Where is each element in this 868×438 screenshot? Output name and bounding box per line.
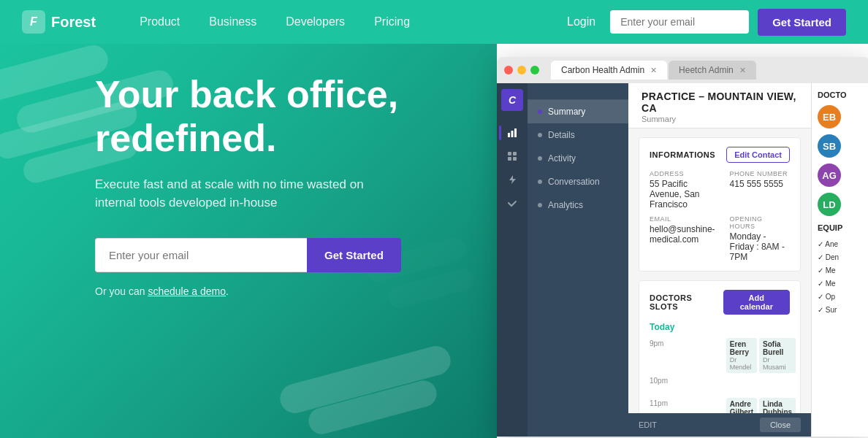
doctors-slots-card: Doctors Slots Add calendar Today 9pm Ere… xyxy=(639,280,801,413)
app-layout: C Summary Details xyxy=(497,83,868,437)
info-grid: ADDRESS 55 Pacific Avenue, San Francisco… xyxy=(650,170,790,262)
svg-rect-3 xyxy=(508,152,511,155)
hero-content: Your back office, redefined. Execute fas… xyxy=(95,73,460,297)
tab-heetch-admin[interactable]: Heetch Admin ✕ xyxy=(669,61,756,80)
login-button[interactable]: Login xyxy=(567,15,595,28)
slot-andre-gilbert: Andre Gilbert Dr Mendel xyxy=(726,398,757,413)
tab-heetch-admin-close[interactable]: ✕ xyxy=(739,66,746,75)
minimize-traffic-light[interactable] xyxy=(517,66,526,74)
logo[interactable]: F Forest xyxy=(22,10,96,34)
svg-rect-4 xyxy=(513,152,517,155)
tab-carbon-health-label: Carbon Health Admin xyxy=(561,65,644,75)
edit-contact-button[interactable]: Edit Contact xyxy=(726,147,790,163)
sidebar-icon-chart[interactable] xyxy=(502,123,522,143)
tab-carbon-health[interactable]: Carbon Health Admin ✕ xyxy=(551,61,667,80)
slot-eren-berry: Eren Berry Dr Mendel xyxy=(726,338,757,373)
hero-get-started-button[interactable]: Get Started xyxy=(307,238,401,272)
svg-rect-1 xyxy=(511,131,514,137)
bottom-bar: EDIT Close xyxy=(628,413,811,437)
slots-grid: 9pm Eren Berry Dr Mendel Sofia Burell Dr… xyxy=(650,338,790,413)
nav-business[interactable]: Business xyxy=(209,15,256,28)
nav-item-analytics[interactable]: Analytics xyxy=(528,193,628,217)
slots-today-label: Today xyxy=(650,322,790,332)
browser-tabs: Carbon Health Admin ✕ Heetch Admin ✕ xyxy=(551,61,862,80)
hours-field: OPENING HOURS Monday - Friday : 8AM - 7P… xyxy=(730,215,790,262)
slot-sofia-burell: Sofia Burell Dr Musami xyxy=(759,338,796,373)
browser-window: Carbon Health Admin ✕ Heetch Admin ✕ C xyxy=(497,57,868,437)
browser-chrome: Carbon Health Admin ✕ Heetch Admin ✕ xyxy=(497,57,868,83)
avatar-1: EB xyxy=(818,105,864,128)
logo-icon: F xyxy=(22,10,45,34)
avatar-2: SB xyxy=(818,134,864,158)
nav-item-summary[interactable]: Summary xyxy=(528,100,628,123)
icon-sidebar: C xyxy=(497,83,528,437)
logo-text: Forest xyxy=(51,14,96,31)
nav-item-details[interactable]: Details xyxy=(528,123,628,147)
equip-panel-title: EQUIP xyxy=(818,223,864,232)
cta-row: Get Started xyxy=(95,238,460,272)
svg-rect-5 xyxy=(508,157,511,161)
add-calendar-button[interactable]: Add calendar xyxy=(723,290,790,315)
content-subtitle: Summary xyxy=(642,115,798,123)
informations-card: Informations Edit Contact ADDRESS 55 Pac… xyxy=(639,137,801,272)
hero-subtitle: Execute fast and at scale with no time w… xyxy=(95,175,402,212)
close-traffic-light[interactable] xyxy=(504,66,513,74)
demo-text: Or you can schedule a demo. xyxy=(95,285,460,297)
maximize-traffic-light[interactable] xyxy=(530,66,539,74)
schedule-demo-link[interactable]: schedule a demo xyxy=(148,285,226,297)
edit-label: EDIT xyxy=(639,420,657,429)
nav-item-activity[interactable]: Activity xyxy=(528,147,628,170)
informations-header: Informations Edit Contact xyxy=(650,147,790,163)
sidebar-icon-check[interactable] xyxy=(502,193,522,213)
doctors-slots-header: Doctors Slots Add calendar xyxy=(650,290,790,315)
avatar-3: AG xyxy=(818,164,864,187)
app-logo-icon[interactable]: C xyxy=(501,89,523,111)
doctors-slots-title: Doctors Slots xyxy=(650,293,723,311)
main-nav: Product Business Developers Pricing xyxy=(140,15,567,28)
svg-rect-2 xyxy=(514,128,517,137)
close-button[interactable]: Close xyxy=(760,418,801,432)
avatar-4: LD xyxy=(818,193,864,216)
nav-product[interactable]: Product xyxy=(140,15,180,28)
email-field: EMAIL hello@sunshine-medical.com xyxy=(650,215,715,262)
content-header: Practice – Mountain View, CA Summary xyxy=(628,83,811,128)
right-panel: DOCTO EB SB AG LD EQUIP ✓ Ane ✓ Den ✓ Me… xyxy=(811,83,868,437)
content-body: Informations Edit Contact ADDRESS 55 Pac… xyxy=(628,128,811,413)
sidebar-icon-lightning[interactable] xyxy=(502,169,522,190)
main-content: Practice – Mountain View, CA Summary Inf… xyxy=(628,83,811,437)
nav-item-conversation[interactable]: Conversation xyxy=(528,170,628,193)
address-field: ADDRESS 55 Pacific Avenue, San Francisco xyxy=(650,170,715,210)
nav-sidebar: Summary Details Activity Conversation An… xyxy=(528,83,628,437)
svg-rect-0 xyxy=(508,133,510,137)
header-get-started-button[interactable]: Get Started xyxy=(758,9,846,36)
equip-list: ✓ Ane ✓ Den ✓ Me ✓ Me ✓ Op ✓ Sur xyxy=(818,238,864,317)
tab-carbon-health-close[interactable]: ✕ xyxy=(650,66,657,75)
doctors-panel-title: DOCTO xyxy=(818,91,864,99)
informations-title: Informations xyxy=(650,150,715,159)
header-email-input[interactable] xyxy=(610,10,749,34)
header-right: Login Get Started xyxy=(567,9,846,36)
hero-title: Your back office, redefined. xyxy=(95,73,460,161)
svg-rect-6 xyxy=(513,157,517,161)
tab-heetch-admin-label: Heetch Admin xyxy=(679,65,734,75)
sidebar-icon-grid[interactable] xyxy=(502,146,522,166)
phone-field: PHONE NUMBER 415 555 5555 xyxy=(730,170,790,210)
header: F Forest Product Business Developers Pri… xyxy=(0,0,868,44)
slot-linda-dubbins: Linda Dubbins Dr Musami xyxy=(759,398,796,413)
nav-pricing[interactable]: Pricing xyxy=(374,15,410,28)
content-title: Practice – Mountain View, CA xyxy=(642,91,798,114)
hero-email-input[interactable] xyxy=(95,238,307,272)
nav-developers[interactable]: Developers xyxy=(286,15,345,28)
nav-sidebar-header xyxy=(528,83,628,100)
